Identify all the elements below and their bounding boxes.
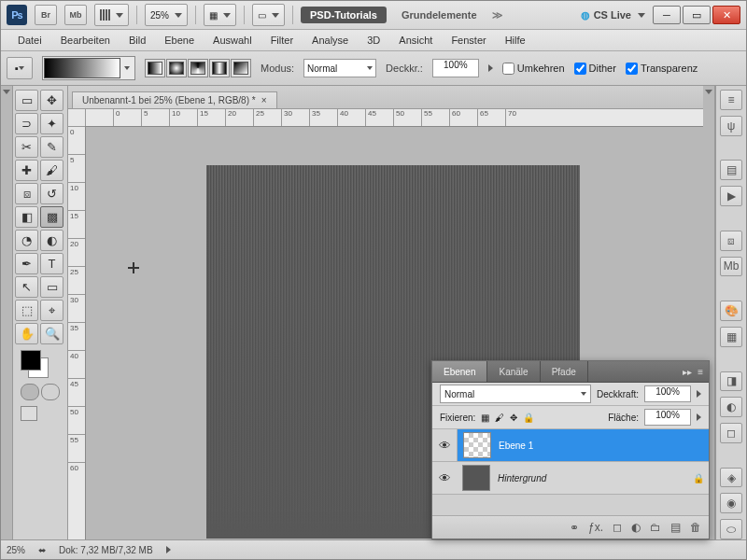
layer-name[interactable]: Ebene 1 xyxy=(497,441,709,451)
status-popup-icon[interactable] xyxy=(166,546,171,553)
minibridge-button[interactable]: Mb xyxy=(64,5,87,25)
mode-dropdown[interactable]: Normal xyxy=(303,59,376,77)
menu-fenster[interactable]: Fenster xyxy=(442,32,495,49)
lasso-tool[interactable]: ⊃ xyxy=(15,113,38,134)
menu-ansicht[interactable]: Ansicht xyxy=(389,32,442,49)
marquee-tool[interactable]: ▭ xyxy=(15,90,38,111)
menu-bild[interactable]: Bild xyxy=(120,32,155,49)
menu-hilfe[interactable]: Hilfe xyxy=(496,32,535,49)
dither-checkbox[interactable]: Dither xyxy=(574,63,616,75)
transparency-checkbox[interactable]: Transparenz xyxy=(626,63,698,75)
clone-panel-icon[interactable]: ⧇ xyxy=(720,231,742,251)
magic-wand-tool[interactable]: ✦ xyxy=(40,113,63,134)
tutorials-tab[interactable]: PSD-Tutorials xyxy=(301,7,387,23)
filmstrip-dropdown[interactable] xyxy=(94,4,129,26)
new-layer-icon[interactable]: ▤ xyxy=(670,521,681,534)
quickmask-mode-button[interactable] xyxy=(41,384,60,400)
move-tool[interactable]: ✥ xyxy=(40,90,63,111)
lock-pixels-icon[interactable]: 🖌 xyxy=(495,413,504,423)
menu-3d[interactable]: 3D xyxy=(358,32,389,49)
gradient-preview[interactable] xyxy=(44,58,120,78)
play-panel-icon[interactable]: ▶ xyxy=(720,186,742,206)
menu-auswahl[interactable]: Auswahl xyxy=(204,32,261,49)
group-icon[interactable]: 🗀 xyxy=(650,521,661,534)
ruler-origin[interactable] xyxy=(68,109,86,127)
gradient-angle-button[interactable] xyxy=(188,59,208,77)
link-layers-icon[interactable]: ⚭ xyxy=(570,521,579,534)
fill-popup-icon[interactable] xyxy=(697,413,701,421)
menu-ebene[interactable]: Ebene xyxy=(155,32,204,49)
gradient-reflected-button[interactable] xyxy=(209,59,230,77)
gradient-tool[interactable]: ▩ xyxy=(40,206,63,228)
lock-transparency-icon[interactable]: ▦ xyxy=(481,413,489,423)
shape-tool[interactable]: ▭ xyxy=(40,276,63,298)
eyedropper-tool[interactable]: ✎ xyxy=(40,136,63,158)
layer-opacity-popup-icon[interactable] xyxy=(697,390,701,398)
layer-fx-icon[interactable]: ƒx. xyxy=(588,521,603,534)
path-selection-tool[interactable]: ↖ xyxy=(15,276,38,298)
layer-opacity-input[interactable]: 100% xyxy=(644,385,691,402)
color-panel-icon[interactable]: 🎨 xyxy=(720,301,742,321)
screenmode-button[interactable] xyxy=(21,406,37,421)
healing-tool[interactable]: ✚ xyxy=(15,160,38,181)
channels-tab[interactable]: Kanäle xyxy=(487,361,540,382)
type-tool[interactable]: T xyxy=(40,253,63,274)
eraser-tool[interactable]: ◧ xyxy=(15,206,38,228)
document-tab[interactable]: Unbenannt-1 bei 25% (Ebene 1, RGB/8) * × xyxy=(72,91,277,108)
actions-panel-icon[interactable]: ψ xyxy=(720,116,742,136)
lock-position-icon[interactable]: ✥ xyxy=(510,413,517,423)
close-tab-icon[interactable]: × xyxy=(261,95,267,105)
menu-filter[interactable]: Filter xyxy=(261,32,303,49)
layer-mask-icon[interactable]: ◻ xyxy=(613,521,622,534)
close-button[interactable]: ✕ xyxy=(712,6,740,24)
channels-panel-icon[interactable]: ◉ xyxy=(720,493,742,513)
minimize-button[interactable]: ─ xyxy=(653,6,681,24)
status-docinfo[interactable]: Dok: 7,32 MB/7,32 MB xyxy=(59,545,153,555)
layer-thumbnail[interactable] xyxy=(463,432,491,458)
gradient-picker-dropdown[interactable] xyxy=(124,66,130,70)
layers-panel[interactable]: Ebenen Kanäle Pfade ▸▸≡ Normal Deckkraft… xyxy=(431,360,710,539)
history-panel-icon[interactable]: ≡ xyxy=(720,90,742,110)
horizontal-ruler[interactable]: 0510152025303540455055606570 xyxy=(85,109,703,127)
zoom-dropdown[interactable]: 25% xyxy=(145,4,188,26)
adjustments-panel-icon[interactable]: ◐ xyxy=(720,397,742,417)
delete-layer-icon[interactable]: 🗑 xyxy=(690,521,701,534)
menu-datei[interactable]: Datei xyxy=(8,32,51,49)
adjustment-layer-icon[interactable]: ◐ xyxy=(631,521,641,534)
panel-collapse-icon[interactable]: ▸▸ xyxy=(683,367,692,377)
opacity-popup-icon[interactable] xyxy=(488,64,493,72)
gradient-diamond-button[interactable] xyxy=(231,59,251,77)
blur-tool[interactable]: ◔ xyxy=(15,230,38,251)
arrange-dropdown[interactable]: ▦ xyxy=(204,4,236,26)
fill-input[interactable]: 100% xyxy=(644,409,691,426)
brushes-panel-icon[interactable]: ▤ xyxy=(720,160,742,180)
layer-row[interactable]: 👁 Hintergrund 🔒 xyxy=(432,462,709,495)
workspace-tab[interactable]: Grundelemente xyxy=(394,7,485,23)
visibility-toggle-icon[interactable]: 👁 xyxy=(432,429,458,461)
styles-panel-icon[interactable]: ◨ xyxy=(720,371,742,392)
cs-live-button[interactable]: ◍ CS Live xyxy=(581,9,645,21)
screenmode-dropdown[interactable]: ▭ xyxy=(252,4,285,26)
vertical-ruler[interactable]: 051015202530354045505560 xyxy=(68,126,86,539)
bridge-button[interactable]: Br xyxy=(35,5,57,25)
masks-panel-icon[interactable]: ◻ xyxy=(720,423,742,443)
layer-name[interactable]: Hintergrund xyxy=(496,473,688,483)
gradient-linear-button[interactable] xyxy=(145,59,165,77)
blend-mode-dropdown[interactable]: Normal xyxy=(440,385,591,403)
3d-tool[interactable]: ⬚ xyxy=(15,300,38,321)
menu-bearbeiten[interactable]: Bearbeiten xyxy=(51,32,120,49)
history-brush-tool[interactable]: ↺ xyxy=(40,183,63,204)
reverse-checkbox[interactable]: Umkehren xyxy=(502,63,565,75)
stamp-tool[interactable]: ⧇ xyxy=(15,183,38,204)
color-swatches[interactable] xyxy=(21,350,49,378)
visibility-toggle-icon[interactable]: 👁 xyxy=(432,471,457,485)
standard-mode-button[interactable] xyxy=(21,384,39,400)
dodge-tool[interactable]: ◐ xyxy=(40,230,63,251)
hand-tool[interactable]: ✋ xyxy=(15,323,38,344)
paths-panel-icon[interactable]: ⬭ xyxy=(720,519,742,539)
lock-all-icon[interactable]: 🔒 xyxy=(523,413,534,423)
status-scroll-icon[interactable]: ⬌ xyxy=(38,545,46,555)
gradient-radial-button[interactable] xyxy=(166,59,187,77)
status-zoom[interactable]: 25% xyxy=(7,545,25,555)
more-workspaces-icon[interactable]: ≫ xyxy=(492,9,503,21)
